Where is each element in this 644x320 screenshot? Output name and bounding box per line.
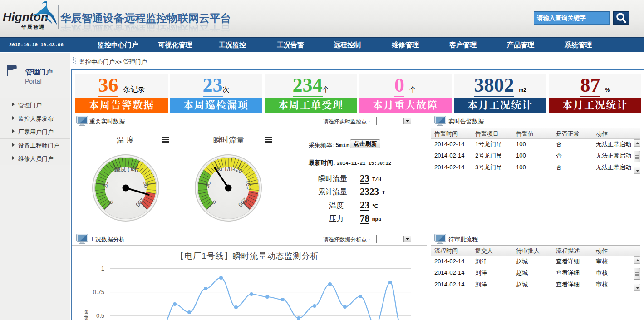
svg-text:40: 40 <box>204 181 212 189</box>
svg-text:80: 80 <box>142 181 150 189</box>
svg-text:温度 (℃): 温度 (℃) <box>115 166 136 172</box>
svg-text:20: 20 <box>102 181 109 189</box>
svg-text:T/H: T/H <box>224 166 232 172</box>
